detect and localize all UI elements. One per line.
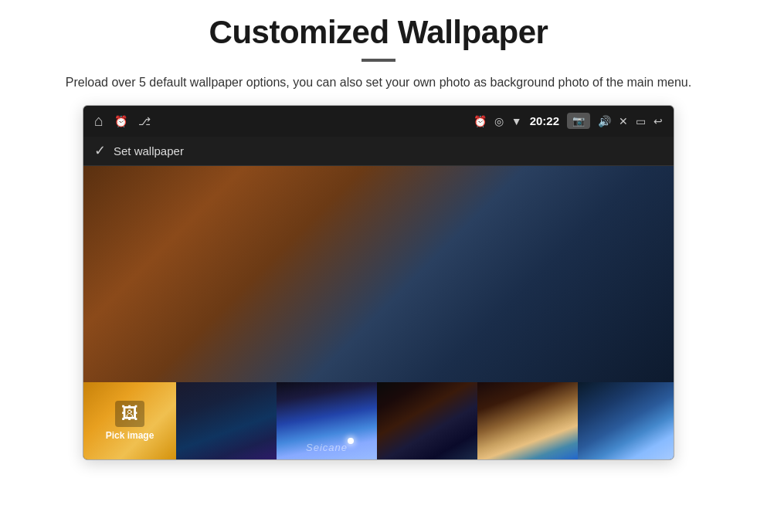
window-icon[interactable]: ▭ [636,115,646,127]
wallpaper-screen: ✓ Set wallpaper 🖼 Pick image Seicane [83,137,674,459]
pick-image-label: Pick image [106,430,154,441]
clock-display: 20:22 [530,114,559,127]
volume-icon[interactable]: 🔊 [598,115,611,127]
title-divider [362,59,395,62]
thumbnail-1[interactable] [176,382,277,459]
pick-image-icon: 🖼 [115,401,144,427]
status-left: ⌂ ⏰ ⎇ [94,112,151,130]
thumbnail-strip: 🖼 Pick image Seicane [83,382,674,459]
check-mark-icon[interactable]: ✓ [94,142,106,159]
close-icon[interactable]: ✕ [619,115,628,127]
home-icon[interactable]: ⌂ [94,112,104,130]
page-title: Customized Wallpaper [209,14,548,51]
status-right: ⏰ ◎ ▼ 20:22 📷 🔊 ✕ ▭ ↩ [474,113,663,129]
set-wallpaper-label: Set wallpaper [114,144,184,158]
usb-icon: ⎇ [138,115,151,127]
alarm-right-icon: ⏰ [474,115,487,127]
pick-image-thumb[interactable]: 🖼 Pick image [83,382,176,459]
camera-button[interactable]: 📷 [567,113,590,129]
wallpaper-preview [83,166,674,382]
back-icon[interactable]: ↩ [653,115,663,127]
status-bar: ⌂ ⏰ ⎇ ⏰ ◎ ▼ 20:22 📷 🔊 ✕ ▭ ↩ [83,106,674,137]
wifi-icon: ▼ [511,115,522,127]
thumbnail-2[interactable]: Seicane [277,382,377,459]
thumbnail-4[interactable] [477,382,578,459]
seicane-watermark: Seicane [306,442,348,453]
device-frame: ⌂ ⏰ ⎇ ⏰ ◎ ▼ 20:22 📷 🔊 ✕ ▭ ↩ ✓ Set wallpa… [83,105,674,460]
location-icon: ◎ [494,115,504,127]
subtitle-text: Preload over 5 default wallpaper options… [66,73,691,93]
set-wallpaper-bar: ✓ Set wallpaper [83,137,674,166]
thumbnail-5[interactable] [578,382,674,459]
alarm-icon: ⏰ [114,115,127,127]
thumbnail-3[interactable] [377,382,477,459]
